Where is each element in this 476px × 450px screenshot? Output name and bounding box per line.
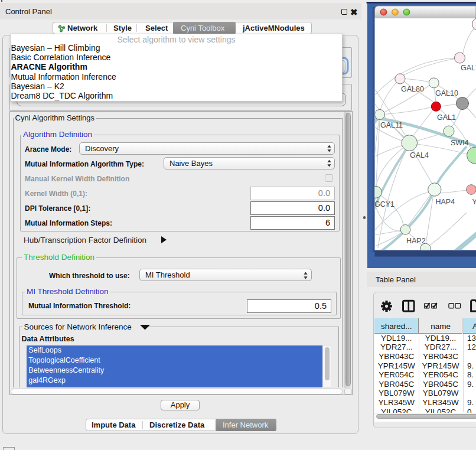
svg-text:GAL7: GAL7 (461, 64, 476, 72)
svg-text:GAL4: GAL4 (410, 151, 429, 159)
svg-text:HAP2: HAP2 (406, 237, 426, 245)
svg-text:GAL1: GAL1 (437, 113, 456, 122)
svg-text:HAP4: HAP4 (436, 198, 455, 206)
svg-text:GAL80: GAL80 (401, 85, 424, 93)
svg-text:GAL11: GAL11 (380, 121, 403, 129)
svg-text:GCY1: GCY1 (374, 200, 395, 208)
svg-text:GAL10: GAL10 (435, 89, 458, 97)
svg-text:SWI4: SWI4 (451, 139, 469, 147)
svg-text:YJ: YJ (472, 198, 476, 206)
